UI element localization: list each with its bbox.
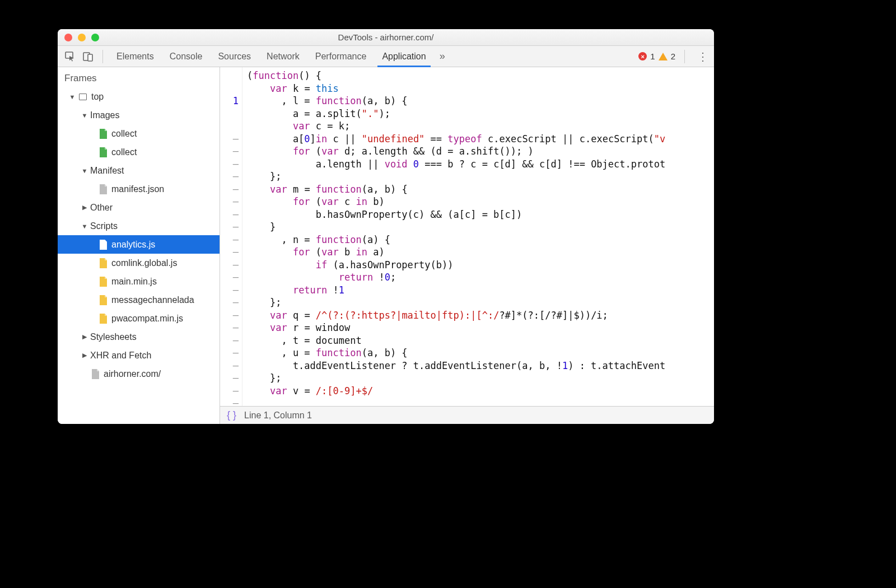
- zoom-window-button[interactable]: [91, 34, 99, 41]
- tree-item-top[interactable]: ▼ top: [58, 87, 220, 106]
- pretty-print-icon[interactable]: { }: [227, 409, 236, 421]
- line-gutter: 1 ––––––––––––––––––––––––: [220, 67, 242, 406]
- warning-count: 2: [671, 52, 675, 61]
- cursor-position: Line 1, Column 1: [244, 410, 312, 421]
- code-content[interactable]: (function() { var k = this , l = functio…: [242, 67, 665, 406]
- chevron-down-icon: ▼: [81, 223, 88, 230]
- device-toolbar-icon[interactable]: [80, 49, 96, 64]
- tree-item-file[interactable]: analytics.js: [58, 235, 220, 254]
- tree-label: Scripts: [90, 221, 118, 231]
- tree-item-images[interactable]: ▼ Images: [58, 106, 220, 124]
- script-file-icon: [98, 277, 108, 287]
- tree-item-stylesheets[interactable]: ▶ Stylesheets: [58, 328, 220, 346]
- frames-tree: ▼ top ▼ Images collect collect ▼: [58, 87, 220, 383]
- tree-item-xhr[interactable]: ▶ XHR and Fetch: [58, 346, 220, 365]
- tree-item-file[interactable]: collect: [58, 143, 220, 161]
- close-window-button[interactable]: [64, 34, 72, 41]
- toolbar-separator: [684, 50, 685, 63]
- tree-label: Stylesheets: [90, 332, 137, 342]
- tree-item-file[interactable]: comlink.global.js: [58, 254, 220, 272]
- tree-label: Manifest: [90, 166, 124, 176]
- tree-label: comlink.global.js: [111, 258, 177, 268]
- tree-item-file[interactable]: main.min.js: [58, 272, 220, 291]
- tree-label: Other: [90, 203, 113, 213]
- image-file-icon: [98, 129, 108, 139]
- chevron-down-icon: ▼: [69, 94, 76, 100]
- more-tabs-button[interactable]: »: [434, 46, 451, 67]
- script-file-icon: [98, 240, 108, 250]
- error-count: 1: [650, 52, 655, 61]
- chevron-down-icon: ▼: [81, 112, 88, 119]
- tree-label: Images: [90, 110, 119, 120]
- source-editor: 1 –––––––––––––––––––––––– (function() {…: [220, 67, 714, 424]
- tree-item-manifest[interactable]: ▼ Manifest: [58, 161, 220, 180]
- window-controls: [64, 34, 99, 41]
- tab-console[interactable]: Console: [162, 46, 211, 67]
- tree-label: collect: [111, 129, 137, 139]
- tree-label: messagechannelada: [111, 295, 194, 305]
- tree-item-file[interactable]: ▶ airhorner.com/: [58, 365, 220, 383]
- tree-label: analytics.js: [111, 240, 155, 250]
- tab-network[interactable]: Network: [259, 46, 307, 67]
- tree-label: manifest.json: [111, 184, 164, 194]
- script-file-icon: [98, 258, 108, 268]
- devtools-tabbar: Elements Console Sources Network Perform…: [58, 46, 714, 67]
- tab-application[interactable]: Application: [374, 46, 433, 67]
- tree-item-file[interactable]: pwacompat.min.js: [58, 309, 220, 328]
- inspect-element-icon[interactable]: [62, 49, 78, 64]
- frame-icon: [78, 92, 88, 102]
- tree-item-file[interactable]: collect: [58, 124, 220, 143]
- script-file-icon: [98, 314, 108, 324]
- tree-label: airhorner.com/: [104, 369, 161, 379]
- toolbar-separator: [102, 50, 103, 63]
- tab-elements[interactable]: Elements: [109, 46, 162, 67]
- tree-label: collect: [111, 147, 137, 157]
- document-file-icon: [98, 184, 108, 194]
- svg-rect-2: [88, 54, 92, 61]
- chevron-right-icon: ▶: [81, 352, 88, 359]
- tab-performance[interactable]: Performance: [307, 46, 375, 67]
- tree-label: XHR and Fetch: [90, 351, 151, 361]
- error-badge-icon[interactable]: ×: [638, 52, 647, 60]
- chevron-down-icon: ▼: [81, 167, 88, 174]
- tree-item-scripts[interactable]: ▼ Scripts: [58, 217, 220, 235]
- tree-label: pwacompat.min.js: [111, 314, 183, 324]
- script-file-icon: [98, 295, 108, 305]
- tab-sources[interactable]: Sources: [210, 46, 259, 67]
- chevron-right-icon: ▶: [81, 333, 88, 340]
- line-number: 1: [220, 95, 239, 108]
- chevron-right-icon: ▶: [81, 204, 88, 211]
- editor-statusbar: { } Line 1, Column 1: [220, 406, 714, 424]
- frames-sidebar: Frames ▼ top ▼ Images collect collect: [58, 67, 220, 424]
- document-file-icon: [90, 369, 100, 379]
- tree-label: top: [91, 92, 104, 102]
- kebab-menu-icon[interactable]: ⋮: [697, 50, 708, 63]
- tree-label: main.min.js: [111, 277, 157, 287]
- tree-item-other[interactable]: ▶ Other: [58, 198, 220, 217]
- tree-item-file[interactable]: messagechannelada: [58, 291, 220, 309]
- warning-badge-icon[interactable]: [659, 53, 668, 60]
- image-file-icon: [98, 147, 108, 157]
- sidebar-header: Frames: [58, 67, 220, 87]
- window-title: DevTools - airhorner.com/: [58, 32, 714, 42]
- minimize-window-button[interactable]: [78, 34, 86, 41]
- titlebar: DevTools - airhorner.com/: [58, 29, 714, 46]
- panel-tabs: Elements Console Sources Network Perform…: [109, 46, 451, 67]
- tree-item-file[interactable]: manifest.json: [58, 180, 220, 198]
- code-area[interactable]: 1 –––––––––––––––––––––––– (function() {…: [220, 67, 714, 406]
- devtools-window: DevTools - airhorner.com/ Elements Conso…: [58, 29, 714, 424]
